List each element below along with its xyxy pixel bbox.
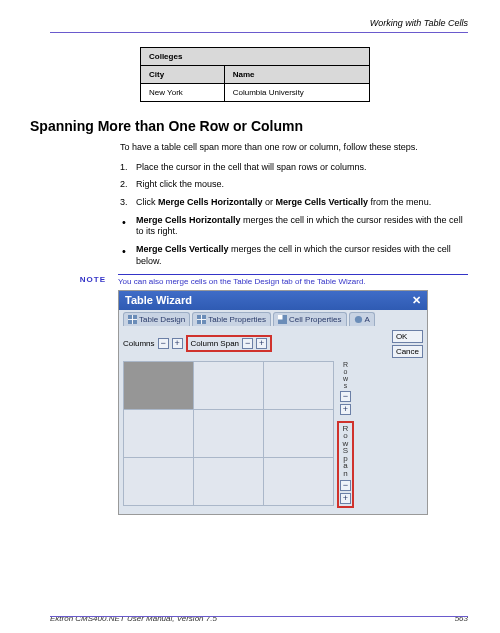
cell-icon: [278, 315, 287, 324]
table-row1-col1: New York: [141, 84, 225, 102]
dialog-buttons: OK Cance: [392, 330, 423, 358]
bullet-1: • Merge Cells Horizontally merges the ce…: [120, 215, 468, 238]
section-heading: Spanning More than One Row or Column: [30, 118, 468, 134]
page-footer: Ektron CMS400.NET User Manual, Version 7…: [50, 614, 468, 623]
row-span-label: R o w S p a n: [343, 425, 349, 478]
bullet-list: • Merge Cells Horizontally merges the ce…: [120, 215, 468, 268]
tab-label: Cell Properties: [289, 315, 341, 324]
bullet-icon: •: [122, 244, 126, 258]
step-text-b: Merge Cells Horizontally: [158, 197, 263, 207]
bullet-1-bold: Merge Cells Horizontally: [136, 215, 241, 225]
tab-cell-properties[interactable]: Cell Properties: [273, 312, 346, 326]
columns-minus-button[interactable]: −: [158, 338, 169, 349]
note-text: You can also merge cells on the Table De…: [118, 274, 468, 286]
grid-icon: [197, 315, 206, 324]
cancel-button[interactable]: Cance: [392, 345, 423, 358]
step-3: 3. Click Merge Cells Horizontally or Mer…: [120, 197, 468, 209]
tab-table-design[interactable]: Table Design: [123, 312, 190, 326]
grid-cell[interactable]: [264, 409, 334, 457]
table-merged-header: Colleges: [141, 48, 370, 66]
bullet-2-bold: Merge Cells Vertically: [136, 244, 229, 254]
svg-point-8: [354, 315, 361, 322]
columns-label: Columns: [123, 339, 155, 348]
step-text: Place the cursor in the cell that will s…: [136, 162, 367, 172]
grid-cell[interactable]: [124, 409, 194, 457]
grid-icon: [128, 315, 137, 324]
rows-panel: R o w s − + R o w S p a n − +: [337, 361, 354, 508]
table-wizard-screenshot: Table Wizard ✕ Table Design Table Proper…: [118, 290, 428, 515]
step-number: 2.: [120, 179, 128, 191]
close-icon[interactable]: ✕: [412, 294, 421, 307]
rows-minus-button[interactable]: −: [340, 391, 351, 402]
table-col1-header: City: [141, 66, 225, 84]
note-block: NOTE You can also merge cells on the Tab…: [50, 274, 468, 286]
column-span-label: Column Span: [191, 339, 239, 348]
grid-area: R o w s − + R o w S p a n − +: [123, 361, 423, 508]
row-span-plus-button[interactable]: +: [340, 493, 351, 504]
page: Working with Table Cells Colleges City N…: [0, 0, 500, 633]
table-row1-col2: Columbia University: [224, 84, 369, 102]
example-table: Colleges City Name New York Columbia Uni…: [140, 47, 370, 102]
step-list: 1. Place the cursor in the cell that wil…: [120, 162, 468, 209]
wizard-titlebar: Table Wizard ✕: [119, 291, 427, 310]
grid-cell[interactable]: [264, 361, 334, 409]
tab-table-properties[interactable]: Table Properties: [192, 312, 271, 326]
rows-plus-button[interactable]: +: [340, 404, 351, 415]
table-col2-header: Name: [224, 66, 369, 84]
bullet-2: • Merge Cells Vertically merges the cell…: [120, 244, 468, 267]
row-span-group: R o w S p a n − +: [337, 421, 354, 508]
tab-label: A: [365, 315, 370, 324]
tab-accessibility[interactable]: A: [349, 312, 375, 326]
step-number: 1.: [120, 162, 128, 174]
top-controls: Columns − + Column Span − + OK Cance: [123, 330, 423, 358]
step-2: 2. Right click the mouse.: [120, 179, 468, 191]
grid-cell[interactable]: [194, 361, 264, 409]
column-span-minus-button[interactable]: −: [242, 338, 253, 349]
wizard-body: Columns − + Column Span − + OK Cance: [119, 326, 427, 514]
tab-label: Table Properties: [208, 315, 266, 324]
column-span-plus-button[interactable]: +: [256, 338, 267, 349]
step-number: 3.: [120, 197, 128, 209]
grid-cell[interactable]: [194, 409, 264, 457]
grid-cell[interactable]: [194, 457, 264, 505]
grid-cell-selected[interactable]: [124, 361, 194, 409]
footer-rule: [50, 616, 468, 617]
accessibility-icon: [354, 315, 363, 324]
wizard-title: Table Wizard: [125, 294, 192, 306]
columns-plus-button[interactable]: +: [172, 338, 183, 349]
svg-rect-7: [278, 315, 283, 320]
columns-group: Columns − + Column Span − +: [123, 335, 272, 352]
design-grid[interactable]: [123, 361, 334, 506]
step-text-e: from the menu.: [368, 197, 431, 207]
ok-button[interactable]: OK: [392, 330, 423, 343]
tab-label: Table Design: [139, 315, 185, 324]
running-header: Working with Table Cells: [50, 18, 468, 28]
note-label: NOTE: [50, 274, 106, 284]
step-text-c: or: [263, 197, 276, 207]
step-1: 1. Place the cursor in the cell that wil…: [120, 162, 468, 174]
intro-paragraph: To have a table cell span more than one …: [120, 142, 468, 154]
wizard-tabs: Table Design Table Properties Cell Prope…: [119, 310, 427, 326]
bullet-icon: •: [122, 215, 126, 229]
header-rule: [50, 32, 468, 33]
step-text-a: Click: [136, 197, 158, 207]
rows-label: R o w s: [343, 361, 348, 389]
grid-cell[interactable]: [264, 457, 334, 505]
step-text: Right click the mouse.: [136, 179, 224, 189]
grid-cell[interactable]: [124, 457, 194, 505]
step-text-d: Merge Cells Vertically: [276, 197, 369, 207]
column-span-group: Column Span − +: [186, 335, 272, 352]
row-span-minus-button[interactable]: −: [340, 480, 351, 491]
